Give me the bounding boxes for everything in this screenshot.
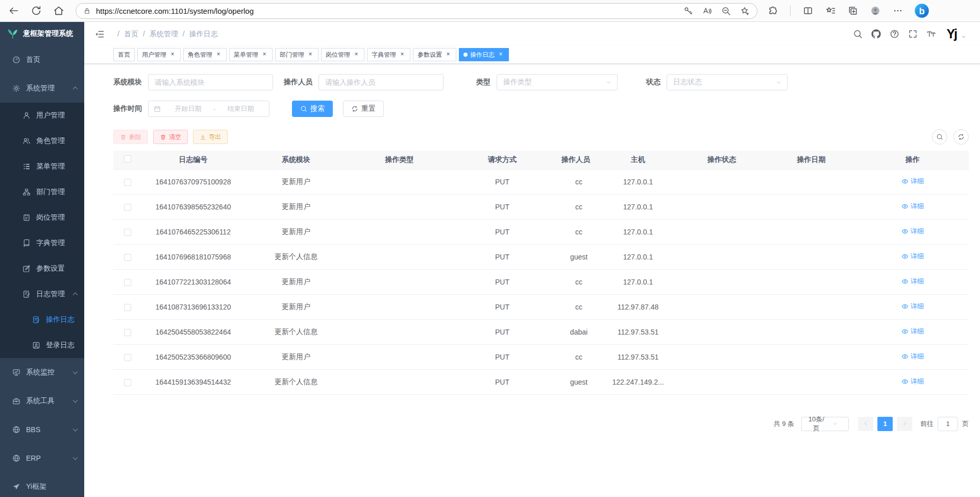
sidebar-item[interactable]: 参数设置 (0, 256, 84, 281)
help-icon[interactable] (890, 29, 899, 39)
split-screen-icon[interactable] (803, 6, 813, 16)
operator-input[interactable] (318, 74, 444, 90)
detail-link[interactable]: 详细 (901, 177, 924, 186)
row-checkbox[interactable] (124, 329, 131, 336)
sidebar-item[interactable]: 首页 (0, 45, 84, 74)
close-icon[interactable]: × (261, 51, 268, 58)
detail-link[interactable]: 详细 (901, 277, 924, 286)
sidebar-item[interactable]: 操作日志 (0, 307, 84, 333)
delete-button[interactable]: 删除 (113, 130, 148, 144)
password-key-icon[interactable] (683, 6, 693, 16)
tab[interactable]: 字典管理 × (367, 48, 410, 61)
bing-chat-icon[interactable]: b (914, 3, 929, 18)
breadcrumb-item[interactable]: 操作日志 (178, 30, 218, 39)
search-button[interactable]: 搜索 (292, 101, 333, 117)
row-checkbox[interactable] (124, 204, 131, 211)
sidebar-item[interactable]: 角色管理 (0, 128, 84, 154)
profile-avatar-icon[interactable] (870, 6, 880, 16)
tab[interactable]: 部门管理 × (275, 48, 318, 61)
more-menu-icon[interactable] (893, 6, 903, 16)
back-icon[interactable] (8, 5, 19, 16)
github-icon[interactable] (871, 29, 881, 39)
sidebar-item[interactable]: 用户管理 (0, 103, 84, 128)
sidebar-item[interactable]: 系统监控 (0, 358, 84, 387)
extensions-icon[interactable] (768, 6, 778, 16)
close-icon[interactable]: × (445, 51, 452, 58)
detail-link[interactable]: 详细 (901, 227, 924, 236)
clear-button[interactable]: 清空 (153, 130, 188, 144)
sidebar-item[interactable]: 日志管理 (0, 281, 84, 307)
end-date-placeholder[interactable]: 结束日期 (217, 104, 264, 113)
user-avatar[interactable]: Yj (946, 28, 957, 40)
next-page-button[interactable] (897, 417, 912, 431)
detail-link[interactable]: 详细 (901, 302, 924, 311)
page-number-button[interactable]: 1 (877, 417, 893, 431)
tab[interactable]: 参数设置 × (413, 48, 456, 61)
sidebar-item[interactable]: Yi框架 (0, 472, 84, 497)
close-icon[interactable]: × (353, 51, 360, 58)
tab[interactable]: 角色管理 × (183, 48, 227, 61)
tab[interactable]: 用户管理 × (137, 48, 181, 61)
home-icon[interactable] (53, 5, 64, 16)
row-checkbox[interactable] (124, 304, 131, 311)
refresh-table-button[interactable] (953, 129, 969, 145)
start-date-placeholder[interactable]: 开始日期 (165, 104, 211, 113)
sidebar-item[interactable]: ERP (0, 444, 84, 472)
export-button[interactable]: 导出 (193, 130, 228, 144)
zoom-out-icon[interactable] (721, 6, 731, 16)
row-checkbox[interactable] (124, 229, 131, 236)
status-select[interactable]: 日志状态 (667, 74, 788, 90)
close-icon[interactable]: × (399, 51, 406, 58)
url-text[interactable]: https://ccnetcore.com:1101/system/log/op… (96, 7, 674, 15)
sidebar-item[interactable]: 字典管理 (0, 230, 84, 256)
close-icon[interactable]: × (215, 51, 222, 58)
favorites-icon[interactable] (825, 6, 836, 16)
row-checkbox[interactable] (124, 179, 131, 186)
row-checkbox[interactable] (124, 279, 131, 286)
row-checkbox[interactable] (124, 254, 131, 261)
sidebar-item[interactable]: 系统管理 (0, 74, 84, 103)
close-icon[interactable]: × (307, 51, 314, 58)
fullscreen-icon[interactable] (908, 29, 918, 39)
goto-page-input[interactable] (938, 417, 958, 431)
sort-caret[interactable] (828, 155, 832, 164)
read-aloud-icon[interactable] (702, 6, 712, 16)
module-input[interactable] (148, 74, 273, 90)
prev-page-button[interactable] (858, 417, 873, 431)
detail-link[interactable]: 详细 (901, 377, 924, 386)
sort-caret[interactable] (592, 155, 596, 164)
tab[interactable]: 操作日志 × (459, 48, 509, 61)
detail-link[interactable]: 详细 (901, 252, 924, 261)
reset-button[interactable]: 重置 (343, 101, 384, 117)
close-icon[interactable]: × (169, 51, 176, 58)
sidebar-item[interactable]: 部门管理 (0, 179, 84, 205)
tab[interactable]: 首页 (113, 48, 135, 61)
sidebar-item[interactable]: 岗位管理 (0, 205, 84, 230)
refresh-icon[interactable] (31, 5, 42, 16)
app-logo[interactable]: 意框架管理系统 (0, 22, 84, 45)
tab[interactable]: 岗位管理 × (321, 48, 364, 61)
row-checkbox[interactable] (124, 354, 131, 361)
font-size-icon[interactable] (926, 29, 936, 39)
avatar-caret-icon[interactable] (961, 34, 967, 40)
collections-icon[interactable] (848, 6, 858, 16)
address-bar[interactable]: https://ccnetcore.com:1101/system/log/op… (76, 3, 757, 19)
sidebar-item[interactable]: 登录日志 (0, 333, 84, 358)
sidebar-fold-icon[interactable] (94, 29, 105, 39)
add-favorite-icon[interactable] (740, 6, 750, 16)
breadcrumb-item[interactable]: 系统管理 (138, 30, 178, 39)
type-select[interactable]: 操作类型 (497, 74, 618, 90)
detail-link[interactable]: 详细 (901, 327, 924, 336)
page-size-select[interactable]: 10条/页 (801, 417, 849, 431)
detail-link[interactable]: 详细 (901, 202, 924, 211)
search-icon[interactable] (853, 29, 863, 39)
date-range-picker[interactable]: 开始日期 - 结束日期 (148, 101, 270, 117)
close-icon[interactable]: × (497, 51, 504, 58)
show-search-button[interactable] (932, 129, 947, 145)
tab[interactable]: 菜单管理 × (229, 48, 273, 61)
sidebar-item[interactable]: 菜单管理 (0, 154, 84, 179)
detail-link[interactable]: 详细 (901, 352, 924, 361)
sidebar-item[interactable]: BBS (0, 415, 84, 444)
breadcrumb-item[interactable]: 首页 (113, 30, 138, 39)
select-all-checkbox[interactable] (124, 155, 131, 162)
